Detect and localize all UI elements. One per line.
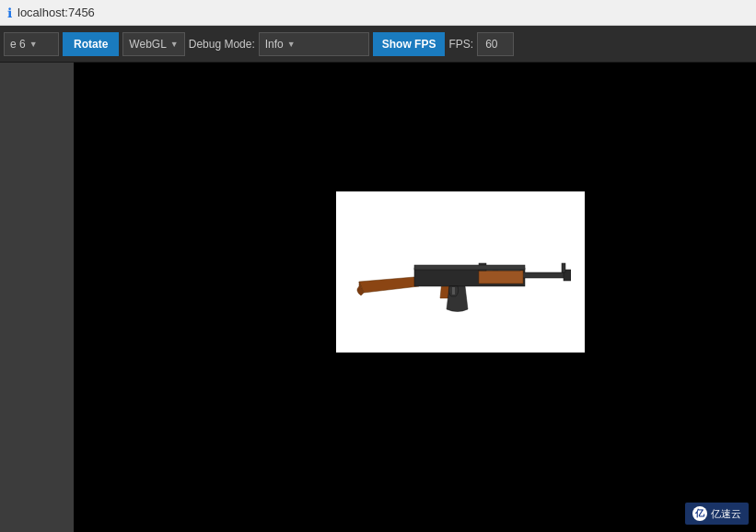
canvas-area[interactable] [74, 63, 756, 532]
fps-label: FPS: [448, 38, 473, 51]
main-area [0, 63, 756, 532]
svg-rect-5 [562, 263, 565, 272]
scene-select-arrow: ▼ [29, 40, 38, 49]
sidebar [0, 63, 74, 532]
scene-select-value: e 6 [10, 38, 26, 51]
rotate-button[interactable]: Rotate [63, 32, 119, 56]
info-icon: ℹ [7, 6, 12, 20]
svg-rect-9 [452, 287, 455, 295]
svg-rect-1 [520, 272, 566, 278]
debug-mode-arrow: ▼ [287, 40, 296, 49]
fps-value: 60 [477, 32, 514, 56]
address-bar: ℹ localhost:7456 [0, 0, 756, 26]
debug-mode-select[interactable]: Info ▼ [259, 32, 369, 56]
watermark-logo: 亿 [692, 506, 707, 521]
weapon-svg [350, 217, 571, 328]
toolbar: e 6 ▼ Rotate WebGL ▼ Debug Mode: Info ▼ … [0, 26, 756, 63]
scene-select[interactable]: e 6 ▼ [4, 32, 59, 56]
weapon-display [336, 191, 585, 353]
url-text: localhost:7456 [17, 6, 95, 19]
debug-mode-value: Info [265, 38, 284, 51]
svg-rect-8 [414, 265, 525, 270]
renderer-select-arrow: ▼ [170, 40, 179, 49]
watermark: 亿 亿速云 [685, 503, 749, 525]
show-fps-button[interactable]: Show FPS [373, 32, 446, 56]
svg-rect-3 [479, 271, 523, 283]
watermark-text: 亿速云 [711, 507, 741, 521]
renderer-select[interactable]: WebGL ▼ [122, 32, 184, 56]
renderer-select-value: WebGL [129, 38, 166, 51]
debug-mode-label: Debug Mode: [189, 38, 255, 51]
